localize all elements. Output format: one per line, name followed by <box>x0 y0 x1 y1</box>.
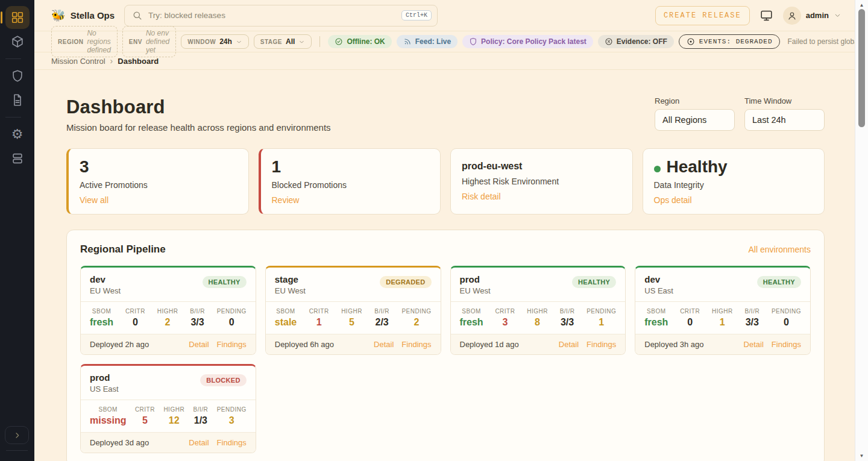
events-status-pill[interactable]: EVENTS: DEGRADED <box>679 34 781 49</box>
pipeline-env-block: devUS East <box>644 274 673 295</box>
stat-critr: CRITR0 <box>680 308 700 328</box>
stat-value: 3/3 <box>744 317 760 328</box>
stat-value: 2 <box>157 317 178 328</box>
summary-value-text: prod-eu-west <box>462 161 522 171</box>
sidebar-divider <box>6 450 28 451</box>
summary-link-ops-detail[interactable]: Ops detail <box>654 195 692 205</box>
status-pill-evidence[interactable]: Evidence: OFF <box>598 35 674 48</box>
pipeline-card-prod-eu-west: prodEU WestHEALTHYSBOMfreshCRITR3HIGHR8B… <box>450 266 626 355</box>
environment-name: stage <box>275 274 306 284</box>
detail-link[interactable]: Detail <box>189 340 209 349</box>
pipeline-stats: SBOMfreshCRITR0HIGHR2B/I/R3/3PENDING0 <box>81 301 256 334</box>
page-header: Dashboard Mission board for release heal… <box>66 96 825 133</box>
search-icon <box>132 10 142 20</box>
pipeline-stats: SBOMmissingCRITR5HIGHR12B/I/R1/3PENDING3 <box>81 400 256 433</box>
context-bar: REGIONNo regions definedENVNo env define… <box>34 31 855 52</box>
search-placeholder: Try: blocked releases <box>148 11 225 20</box>
summary-label: Highest Risk Environment <box>462 177 621 186</box>
summary-link-risk-detail[interactable]: Risk detail <box>462 192 501 201</box>
environment-region: EU West <box>460 286 491 295</box>
summary-value: Healthy <box>654 157 814 177</box>
findings-link[interactable]: Findings <box>401 340 431 349</box>
stat-label: PENDING <box>587 308 616 315</box>
all-environments-link[interactable]: All environments <box>749 245 811 254</box>
scrollbar-up-arrow[interactable]: ▲ <box>855 2 868 8</box>
stat-label: B/I/R <box>560 308 575 315</box>
findings-link[interactable]: Findings <box>217 340 247 349</box>
filter-stage[interactable]: STAGEAll <box>254 34 312 49</box>
app-title: Stella Ops <box>71 10 115 20</box>
filter-window[interactable]: WINDOW24h <box>181 34 249 49</box>
pipeline-stats: SBOMfreshCRITR3HIGHR8B/I/R3/3PENDING1 <box>451 301 626 334</box>
sidebar-item-server[interactable] <box>5 147 30 170</box>
summary-link-view-all[interactable]: View all <box>80 195 108 205</box>
findings-link[interactable]: Findings <box>217 438 247 447</box>
stat-label: PENDING <box>217 308 247 315</box>
status-badge: BLOCKED <box>200 374 247 386</box>
findings-link[interactable]: Findings <box>587 340 616 349</box>
stat-highr: HIGHR12 <box>163 406 184 426</box>
detail-link[interactable]: Detail <box>744 340 764 349</box>
scrollbar-thumb[interactable] <box>858 9 865 127</box>
scrollbar[interactable]: ▲ ▼ <box>855 0 868 461</box>
detail-link[interactable]: Detail <box>189 438 209 447</box>
environment-name: prod <box>90 372 119 383</box>
environment-name: dev <box>644 274 673 284</box>
deployed-time: Deployed 3h ago <box>644 340 703 349</box>
summary-link-review[interactable]: Review <box>272 195 300 205</box>
detail-link[interactable]: Detail <box>559 340 579 349</box>
pipeline-card-dev-eu-west: devEU WestHEALTHYSBOMfreshCRITR0HIGHR2B/… <box>80 266 256 355</box>
pipeline-env-block: prodUS East <box>90 372 119 394</box>
time-window-select[interactable]: Last 24h <box>744 109 825 131</box>
search-input[interactable]: Try: blocked releases Ctrl+K <box>124 5 438 27</box>
sidebar-item-gear[interactable]: ⚙ <box>5 123 30 146</box>
create-release-button[interactable]: CREATE RELEASE <box>655 6 750 25</box>
sidebar-item-package[interactable] <box>5 30 30 53</box>
display-mode-button[interactable] <box>760 9 773 22</box>
stat-label: HIGHR <box>157 308 178 315</box>
filter-value: All <box>286 37 295 46</box>
scrollbar-down-arrow[interactable]: ▼ <box>855 453 868 459</box>
status-text: Offline: OK <box>347 37 385 46</box>
stat-value: 5 <box>341 317 362 328</box>
stat-b-i-r: B/I/R1/3 <box>193 406 209 426</box>
panel-title: Regional Pipeline <box>80 243 166 256</box>
sidebar-item-document[interactable] <box>5 89 30 111</box>
context-statuses: Offline: OKFeed: LivePolicy: Core Policy… <box>328 35 673 48</box>
evidence-off-icon <box>605 37 613 46</box>
detail-link[interactable]: Detail <box>374 340 394 349</box>
server-icon <box>11 152 24 165</box>
pipeline-env-block: stageEU West <box>275 274 306 295</box>
sidebar-item-shield[interactable] <box>5 64 30 87</box>
stat-b-i-r: B/I/R3/3 <box>560 308 575 328</box>
status-pill-feed[interactable]: Feed: Live <box>397 35 458 48</box>
breadcrumb-parent[interactable]: Mission Control <box>51 57 105 66</box>
stat-critr: CRITR5 <box>135 406 155 426</box>
pipeline-grid: devEU WestHEALTHYSBOMfreshCRITR0HIGHR2B/… <box>80 266 811 453</box>
stat-label: CRITR <box>309 308 329 315</box>
sidebar-item-grid[interactable] <box>5 6 30 29</box>
status-pill-offline[interactable]: Offline: OK <box>328 35 391 48</box>
sidebar-divider <box>5 58 21 59</box>
summary-value-text: 3 <box>80 157 89 176</box>
findings-link[interactable]: Findings <box>772 340 801 349</box>
region-select[interactable]: All Regions <box>655 109 735 131</box>
pipeline-env-block: devEU West <box>90 274 121 295</box>
summary-value-text: 1 <box>272 157 281 176</box>
stat-value: 5 <box>135 415 155 426</box>
pipeline-card-footer: Deployed 3d agoDetailFindings <box>81 433 256 453</box>
status-pill-policy[interactable]: Policy: Core Policy Pack latest <box>462 35 593 48</box>
stat-value: 8 <box>527 317 548 328</box>
stat-label: CRITR <box>680 308 700 315</box>
stat-value: 2 <box>401 317 431 328</box>
deployed-time: Deployed 1d ago <box>460 340 519 349</box>
pipeline-card-header: devUS EastHEALTHY <box>635 268 810 301</box>
page-title: Dashboard <box>66 96 331 118</box>
user-menu[interactable]: admin <box>783 7 841 25</box>
sidebar-expand-button[interactable] <box>5 426 29 444</box>
stat-label: SBOM <box>275 308 297 315</box>
brand[interactable]: 🐝 Stella Ops <box>51 8 115 22</box>
chevron-right-icon <box>13 431 22 440</box>
stat-label: HIGHR <box>341 308 362 315</box>
status-badge: DEGRADED <box>380 276 431 288</box>
